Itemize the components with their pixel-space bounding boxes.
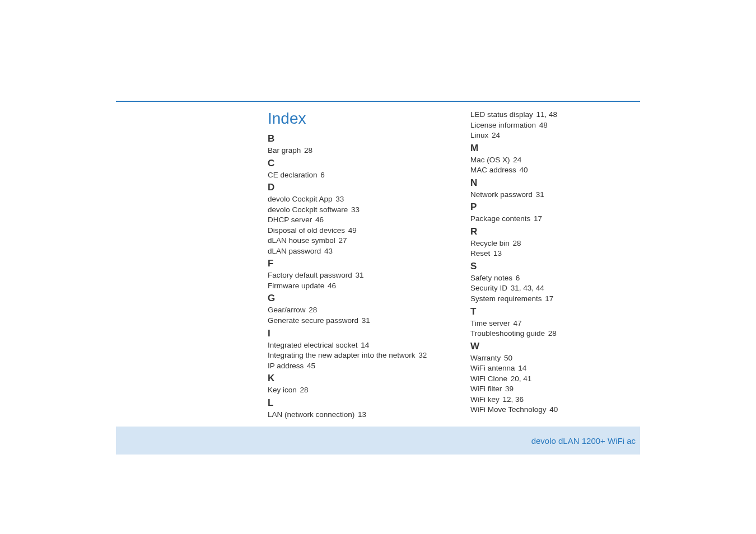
index-entry[interactable]: LAN (network connection) 13 (268, 410, 437, 420)
index-entry-label: Warranty (470, 354, 501, 362)
index-entry-pages: 33 (334, 195, 344, 203)
index-entry-label: devolo Cockpit App (268, 195, 333, 203)
index-entry[interactable]: Disposal of old devices 49 (268, 226, 437, 236)
index-entry-label: Safety notes (470, 274, 512, 282)
index-entry-pages: 33 (349, 205, 360, 214)
index-entry[interactable]: dLAN password 43 (268, 246, 437, 256)
index-entry[interactable]: devolo Cockpit software 33 (268, 205, 437, 215)
index-entry[interactable]: License information 48 (470, 120, 644, 130)
index-entry-pages: 32 (416, 351, 427, 359)
index-entry-pages: 13 (491, 249, 502, 257)
index-entry-label: Firmware update (268, 282, 324, 290)
index-entry[interactable]: Safety notes 6 (470, 273, 644, 283)
index-entry[interactable]: Package contents 17 (470, 214, 644, 224)
index-entry-label: CE declaration (268, 171, 318, 179)
index-entry[interactable]: devolo Cockpit App 33 (268, 194, 437, 204)
index-entry[interactable]: IP address 45 (268, 361, 437, 371)
index-letter: K (268, 373, 437, 384)
index-entry-pages: 6 (514, 274, 520, 282)
index-entry-label: WiFi antenna (470, 364, 515, 372)
index-entry[interactable]: LED status display 11, 48 (470, 110, 644, 120)
index-letter: N (470, 177, 644, 189)
index-entry[interactable]: Factory default password 31 (268, 270, 437, 280)
index-entry[interactable]: Key icon 28 (268, 385, 437, 395)
index-entry[interactable]: WiFi Move Technology 40 (470, 405, 644, 415)
index-entry-label: License information (470, 121, 536, 129)
index-entry-pages: 27 (337, 236, 347, 245)
index-entry-label: Generate secure password (268, 316, 358, 325)
index-entry-label: LAN (network connection) (268, 410, 354, 419)
index-entry-label: Reset (470, 249, 490, 257)
footer-text: devolo dLAN 1200+ WiFi ac (531, 436, 636, 446)
index-entry-pages: 13 (356, 410, 366, 419)
index-entry[interactable]: DHCP server 46 (268, 215, 437, 225)
index-entry[interactable]: Warranty 50 (470, 353, 644, 363)
index-entry-pages: 50 (502, 354, 512, 362)
index-letter: B (268, 133, 437, 144)
index-entry-pages: 31 (534, 190, 544, 199)
index-letter: P (470, 202, 644, 213)
index-entry[interactable]: Troubleshooting guide 28 (470, 329, 644, 339)
index-entry-pages: 46 (313, 216, 324, 224)
index-entry-pages: 12, 36 (501, 395, 524, 404)
index-columns: BBar graph 28CCE declaration 6Ddevolo Co… (268, 110, 644, 420)
index-entry-pages: 17 (531, 214, 542, 223)
index-entry[interactable]: Gear/arrow 28 (268, 305, 437, 315)
index-letter: C (268, 158, 437, 169)
index-entry[interactable]: WiFi antenna 14 (470, 363, 644, 373)
index-entry-label: Integrating the new adapter into the net… (268, 351, 415, 359)
index-entry[interactable]: CE declaration 6 (268, 170, 437, 180)
index-entry-pages: 39 (503, 385, 514, 393)
index-entry-pages: 6 (319, 171, 325, 179)
index-entry-label: DHCP server (268, 216, 312, 224)
index-entry-pages: 48 (537, 121, 548, 129)
index-entry-pages: 11, 48 (534, 110, 557, 119)
index-letter: R (470, 226, 644, 237)
index-entry-pages: 28 (511, 239, 521, 247)
index-entry-pages: 14 (516, 364, 527, 372)
index-entry[interactable]: WiFi filter 39 (470, 384, 644, 394)
index-entry-label: Factory default password (268, 271, 352, 279)
index-entry-label: WiFi Clone (470, 374, 507, 383)
index-entry[interactable]: Time server 47 (470, 318, 644, 329)
index-entry-label: Disposal of old devices (268, 226, 345, 235)
index-entry[interactable]: dLAN house symbol 27 (268, 236, 437, 246)
index-entry[interactable]: Recycle bin 28 (470, 238, 644, 249)
index-entry-pages: 45 (305, 362, 315, 370)
index-entry[interactable]: Reset 13 (470, 249, 644, 259)
index-entry-label: IP address (268, 362, 304, 370)
index-letter: L (268, 397, 437, 409)
index-entry-pages: 17 (543, 294, 554, 303)
index-entry-pages: 24 (511, 156, 522, 164)
index-entry[interactable]: Security ID 31, 43, 44 (470, 283, 644, 293)
index-entry-pages: 46 (325, 282, 336, 290)
index-entry-pages: 28 (298, 386, 309, 394)
index-entry[interactable]: Integrating the new adapter into the net… (268, 350, 437, 360)
index-entry-label: Linux (470, 131, 488, 139)
index-entry[interactable]: System requirements 17 (470, 294, 644, 304)
index-entry[interactable]: Bar graph 28 (268, 146, 437, 156)
index-entry-pages: 47 (511, 319, 522, 327)
index-entry[interactable]: Generate secure password 31 (268, 316, 437, 326)
index-entry[interactable]: Network password 31 (470, 190, 644, 200)
index-entry-label: Key icon (268, 386, 297, 394)
index-entry[interactable]: Mac (OS X) 24 (470, 155, 644, 165)
index-entry[interactable]: WiFi Clone 20, 41 (470, 374, 644, 384)
index-column-left: BBar graph 28CCE declaration 6Ddevolo Co… (268, 110, 437, 420)
index-entry-label: System requirements (470, 294, 542, 303)
index-entry-label: Mac (OS X) (470, 156, 510, 164)
index-letter: S (470, 261, 644, 272)
index-entry[interactable]: Linux 24 (470, 130, 644, 140)
index-entry[interactable]: Firmware update 46 (268, 281, 437, 291)
index-entry-pages: 40 (517, 166, 528, 174)
index-entry-label: Bar graph (268, 146, 301, 154)
index-entry-pages: 28 (302, 146, 312, 154)
index-entry-pages: 14 (359, 341, 370, 349)
index-entry[interactable]: Integrated electrical socket 14 (268, 340, 437, 350)
index-entry[interactable]: MAC address 40 (470, 165, 644, 175)
index-letter: G (268, 293, 437, 304)
index-column-right: LED status display 11, 48License informa… (470, 110, 644, 420)
index-entry-label: Troubleshooting guide (470, 329, 545, 338)
index-entry[interactable]: WiFi key 12, 36 (470, 395, 644, 405)
index-entry-label: WiFi key (470, 395, 500, 404)
